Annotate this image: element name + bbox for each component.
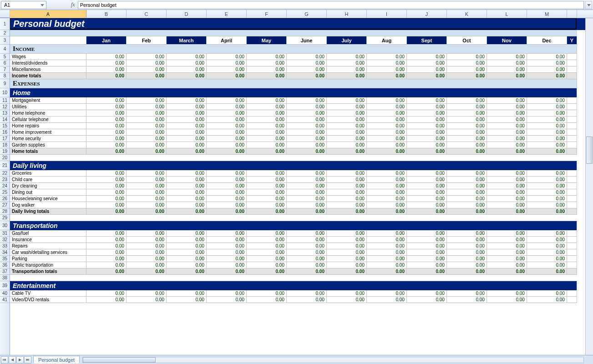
cell[interactable]: 0.00 bbox=[127, 54, 167, 60]
month-header[interactable]: April bbox=[207, 36, 247, 45]
cell[interactable]: 0.00 bbox=[487, 208, 527, 215]
cell[interactable]: 0.00 bbox=[86, 189, 127, 196]
cell[interactable]: 0.00 bbox=[127, 110, 167, 116]
cell[interactable]: 0.00 bbox=[127, 123, 167, 129]
row-label[interactable]: Utilities bbox=[10, 104, 86, 110]
cell[interactable]: 0.00 bbox=[527, 60, 567, 66]
cell[interactable]: 0.00 bbox=[527, 202, 567, 208]
cell[interactable]: 0.00 bbox=[447, 136, 487, 142]
cell[interactable]: 0.00 bbox=[86, 170, 127, 177]
cell[interactable]: 0.00 bbox=[327, 136, 367, 142]
cell[interactable]: 0.00 bbox=[167, 116, 207, 123]
cell[interactable]: 0.00 bbox=[407, 249, 447, 256]
cell[interactable]: 0.00 bbox=[407, 66, 447, 73]
column-header-B[interactable]: B bbox=[86, 10, 127, 18]
cell[interactable]: 0.00 bbox=[287, 110, 327, 116]
row-header-30[interactable]: 30 bbox=[0, 221, 10, 230]
horizontal-scrollbar[interactable] bbox=[82, 357, 584, 363]
cell[interactable]: 0.00 bbox=[447, 290, 487, 297]
cell[interactable]: 0.00 bbox=[247, 196, 287, 202]
cell[interactable] bbox=[567, 142, 577, 148]
cell[interactable]: 0.00 bbox=[447, 123, 487, 129]
cell[interactable]: 0.00 bbox=[327, 123, 367, 129]
cell[interactable]: 0.00 bbox=[527, 243, 567, 249]
cell[interactable]: 0.00 bbox=[367, 136, 407, 142]
month-header[interactable]: May bbox=[247, 36, 287, 45]
hscroll-thumb[interactable] bbox=[83, 357, 156, 363]
row-header-13[interactable]: 13 bbox=[0, 110, 10, 116]
cell[interactable]: 0.00 bbox=[407, 54, 447, 60]
cell[interactable]: 0.00 bbox=[367, 116, 407, 123]
cell[interactable]: 0.00 bbox=[367, 97, 407, 104]
cell[interactable]: 0.00 bbox=[327, 60, 367, 66]
column-header-H[interactable]: H bbox=[327, 10, 367, 18]
cell[interactable]: 0.00 bbox=[407, 136, 447, 142]
cell[interactable]: 0.00 bbox=[167, 54, 207, 60]
cell[interactable]: 0.00 bbox=[287, 104, 327, 110]
cell[interactable]: 0.00 bbox=[447, 237, 487, 243]
cell[interactable]: 0.00 bbox=[407, 237, 447, 243]
sheet-area[interactable]: Personal budgetJanFebMarchAprilMayJuneJu… bbox=[10, 18, 593, 355]
cell[interactable]: 0.00 bbox=[407, 196, 447, 202]
spacer[interactable] bbox=[10, 155, 577, 161]
cell[interactable]: 0.00 bbox=[247, 170, 287, 177]
cell[interactable]: 0.00 bbox=[86, 66, 127, 73]
cell[interactable]: 0.00 bbox=[407, 230, 447, 237]
cell[interactable]: 0.00 bbox=[127, 202, 167, 208]
row-header-38[interactable]: 38 bbox=[0, 275, 10, 281]
cell[interactable]: 0.00 bbox=[447, 60, 487, 66]
cell[interactable]: 0.00 bbox=[407, 243, 447, 249]
cell[interactable]: 0.00 bbox=[407, 208, 447, 215]
cell[interactable]: 0.00 bbox=[407, 262, 447, 268]
fx-icon[interactable]: fx bbox=[71, 1, 75, 8]
cell[interactable]: 0.00 bbox=[247, 116, 287, 123]
cell[interactable]: 0.00 bbox=[487, 97, 527, 104]
cell[interactable]: 0.00 bbox=[127, 136, 167, 142]
month-header[interactable]: Nov bbox=[487, 36, 527, 45]
cell[interactable]: 0.00 bbox=[86, 237, 127, 243]
cell[interactable]: 0.00 bbox=[287, 116, 327, 123]
cell[interactable]: 0.00 bbox=[167, 230, 207, 237]
cell[interactable]: 0.00 bbox=[127, 249, 167, 256]
cell[interactable]: 0.00 bbox=[287, 243, 327, 249]
cell[interactable]: 0.00 bbox=[367, 196, 407, 202]
row-header-9[interactable]: 9 bbox=[0, 79, 10, 88]
cell[interactable]: 0.00 bbox=[327, 202, 367, 208]
cell[interactable]: 0.00 bbox=[407, 116, 447, 123]
cell[interactable]: 0.00 bbox=[407, 290, 447, 297]
cell[interactable]: 0.00 bbox=[407, 110, 447, 116]
cell[interactable]: 0.00 bbox=[487, 183, 527, 189]
row-label[interactable]: Home totals bbox=[10, 148, 86, 155]
cell[interactable]: 0.00 bbox=[287, 170, 327, 177]
cell[interactable]: 0.00 bbox=[527, 170, 567, 177]
cell[interactable]: 0.00 bbox=[327, 290, 367, 297]
cell[interactable]: 0.00 bbox=[247, 183, 287, 189]
cell[interactable]: 0.00 bbox=[247, 123, 287, 129]
cell[interactable]: 0.00 bbox=[367, 110, 407, 116]
cell[interactable]: 0.00 bbox=[487, 237, 527, 243]
cell[interactable]: 0.00 bbox=[247, 97, 287, 104]
cell[interactable]: 0.00 bbox=[487, 104, 527, 110]
cell[interactable]: 0.00 bbox=[407, 297, 447, 303]
cell[interactable]: 0.00 bbox=[207, 136, 247, 142]
row-label[interactable]: Cellular telephone bbox=[10, 116, 86, 123]
cell[interactable]: 0.00 bbox=[487, 268, 527, 275]
cell[interactable]: 0.00 bbox=[447, 116, 487, 123]
cell[interactable]: 0.00 bbox=[207, 73, 247, 79]
cell[interactable]: 0.00 bbox=[207, 129, 247, 136]
cell[interactable]: 0.00 bbox=[207, 290, 247, 297]
cell[interactable]: 0.00 bbox=[527, 123, 567, 129]
cell[interactable]: 0.00 bbox=[167, 142, 207, 148]
cell[interactable]: 0.00 bbox=[287, 230, 327, 237]
cell[interactable]: 0.00 bbox=[367, 243, 407, 249]
cell[interactable] bbox=[567, 256, 577, 262]
cell[interactable] bbox=[567, 104, 577, 110]
cell[interactable]: 0.00 bbox=[207, 66, 247, 73]
cell[interactable] bbox=[567, 54, 577, 60]
cell[interactable]: 0.00 bbox=[487, 148, 527, 155]
cell[interactable]: 0.00 bbox=[327, 142, 367, 148]
tab-prev-icon[interactable]: ◀ bbox=[9, 356, 16, 364]
spacer[interactable] bbox=[10, 275, 577, 281]
row-label[interactable]: Dry cleaning bbox=[10, 183, 86, 189]
cell[interactable]: 0.00 bbox=[487, 196, 527, 202]
